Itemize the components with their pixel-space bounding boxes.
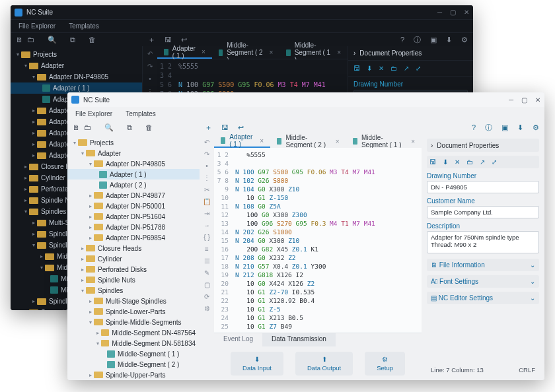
dot-icon[interactable]: • <box>205 162 208 170</box>
add-icon[interactable]: ＋ <box>148 36 155 44</box>
undo-icon[interactable]: ↶ <box>147 50 153 57</box>
delete-icon[interactable]: 🗑 <box>145 124 153 131</box>
settings-icon[interactable]: ⚙ <box>533 124 539 131</box>
minimize-icon[interactable]: ─ <box>509 96 513 104</box>
square-icon[interactable]: ▢ <box>204 281 210 288</box>
braces-icon[interactable]: { } <box>204 234 209 241</box>
redo-icon[interactable]: ↷ <box>147 63 153 70</box>
description-input[interactable] <box>427 231 539 253</box>
new-file-icon[interactable]: 🗎 <box>16 36 23 44</box>
close-icon[interactable]: ✕ <box>535 96 540 104</box>
prop-save-icon[interactable]: 🖫 <box>429 158 436 166</box>
gear-icon: ⚙ <box>382 356 388 363</box>
titlebar-light[interactable]: NC Suite ─ ▢ ✕ <box>67 92 544 107</box>
gear-icon[interactable]: ⚙ <box>204 305 210 312</box>
settings-icon[interactable]: ⚙ <box>461 36 468 44</box>
dot-icon[interactable]: • <box>149 75 151 82</box>
prop-popout-icon[interactable]: ↗ <box>404 65 409 72</box>
prop-open-icon[interactable]: 🗀 <box>466 158 473 166</box>
new-folder-icon[interactable]: 🗀 <box>27 36 34 44</box>
tab-middle-2[interactable]: Middle-Segment ( 2 )× <box>270 135 346 148</box>
menu-templates[interactable]: Templates <box>126 110 156 117</box>
properties-panel-light: ›Document Properties 🖫 ⬇ ✕ 🗀 ↗ ⤢ Drawing… <box>422 135 544 380</box>
maximize-icon[interactable]: ▢ <box>521 96 527 104</box>
drawing-number-input[interactable] <box>427 181 539 193</box>
menu-file-explorer[interactable]: File Explorer <box>18 22 56 30</box>
maximize-icon[interactable]: ▢ <box>450 9 456 16</box>
section-font-settings[interactable]: Aͣ Font Settings⌄ <box>427 275 539 288</box>
tab-adapter-1[interactable]: Adapter ( 1 )× <box>214 135 270 148</box>
cube-icon[interactable]: ▣ <box>430 36 437 44</box>
prop-download-icon[interactable]: ⬇ <box>443 158 448 166</box>
file-tree-light[interactable]: ▾Projects ▾Adapter ▾Adapter DN-P49805 Ad… <box>67 135 200 380</box>
info-icon[interactable]: ⓘ <box>485 124 492 131</box>
cube-icon[interactable]: ▣ <box>501 124 508 131</box>
file-icon: 🗎 <box>431 261 437 269</box>
redo-icon[interactable]: ↷ <box>204 150 209 158</box>
pencil-icon[interactable]: ✎ <box>204 269 209 277</box>
prop-close-icon[interactable]: ✕ <box>379 65 384 72</box>
v-align-icon[interactable]: ≡ <box>205 245 209 253</box>
tab-middle-2[interactable]: Middle-Segment ( 2 )× <box>212 46 280 59</box>
section-nc-settings[interactable]: ▤ NC Editor Settings⌄ <box>427 292 539 304</box>
prop-popout-icon[interactable]: ↗ <box>480 158 485 166</box>
status-bar: Line: 7 Column: 13 CRLF <box>427 364 539 376</box>
editor-tabs-dark: Adapter ( 1 )× Middle-Segment ( 2 )× Mid… <box>157 46 348 59</box>
app-title: NC Suite <box>26 9 437 16</box>
delete-icon[interactable]: 🗑 <box>89 36 96 44</box>
dots-icon[interactable]: ⋮ <box>204 174 210 181</box>
arrow-right-icon[interactable]: → <box>204 222 210 229</box>
download-icon[interactable]: ⬇ <box>517 124 523 131</box>
info-icon[interactable]: ⓘ <box>414 36 421 44</box>
list-icon[interactable]: ☰ <box>204 257 210 265</box>
tab-middle-1[interactable]: Middle-Segment ( 1 )× <box>279 46 348 59</box>
copy-icon[interactable]: ⧉ <box>70 36 75 44</box>
search-icon[interactable]: 🔍 <box>48 36 57 44</box>
close-icon[interactable]: ✕ <box>464 9 469 16</box>
chevron-down-icon: ⌄ <box>530 261 535 269</box>
help-icon[interactable]: ? <box>472 124 476 131</box>
section-file-info[interactable]: 🗎 File Information⌄ <box>427 259 539 271</box>
download-icon[interactable]: ⬇ <box>446 36 452 44</box>
wrap-icon[interactable]: ↩ <box>238 124 244 131</box>
prop-expand-icon[interactable]: ⤢ <box>416 65 421 72</box>
download-icon: ⬇ <box>254 356 260 363</box>
prop-expand-icon[interactable]: ⤢ <box>492 158 497 166</box>
font-icon: Aͣ <box>431 278 437 285</box>
setup-button[interactable]: ⚙Setup <box>365 352 405 376</box>
tab-event-log[interactable]: Event Log <box>214 333 262 346</box>
save-icon[interactable]: 🖫 <box>221 124 229 131</box>
search-icon[interactable]: 🔍 <box>104 124 114 131</box>
menu-file-explorer[interactable]: File Explorer <box>75 110 112 117</box>
app-title: NC Suite <box>83 96 509 104</box>
titlebar-dark[interactable]: NC Suite ─ ▢ ✕ <box>11 5 473 20</box>
add-icon[interactable]: ＋ <box>205 124 212 131</box>
chevron-down-icon: ⌄ <box>530 294 535 302</box>
data-output-button[interactable]: ⬆Data Output <box>295 352 353 376</box>
menu-templates[interactable]: Templates <box>69 22 99 30</box>
tab-data-transmission[interactable]: Data Transmission <box>262 333 336 346</box>
tab-middle-1[interactable]: Middle-Segment ( 1 )× <box>346 135 422 148</box>
wrap-icon[interactable]: ↩ <box>181 36 187 44</box>
customer-name-input[interactable] <box>427 206 539 218</box>
cut-icon[interactable]: ✂ <box>204 186 209 193</box>
help-icon[interactable]: ? <box>400 36 404 44</box>
close-tab-icon[interactable]: × <box>202 48 205 55</box>
undo-icon[interactable]: ↶ <box>204 139 209 146</box>
paste-icon[interactable]: 📋 <box>203 198 211 205</box>
link-icon[interactable]: ⇥ <box>204 210 209 217</box>
chevron-down-icon: ⌄ <box>530 278 535 285</box>
refresh-icon[interactable]: ⟳ <box>204 293 209 300</box>
prop-download-icon[interactable]: ⬇ <box>367 65 372 72</box>
minimize-icon[interactable]: ─ <box>437 9 442 16</box>
tab-adapter-1[interactable]: Adapter ( 1 )× <box>157 46 212 59</box>
new-folder-icon[interactable]: 🗀 <box>84 124 91 131</box>
prop-close-icon[interactable]: ✕ <box>455 158 460 166</box>
prop-open-icon[interactable]: 🗀 <box>390 65 397 72</box>
prop-save-icon[interactable]: 🖫 <box>353 65 360 72</box>
data-input-button[interactable]: ⬇Data Input <box>231 352 283 376</box>
new-file-icon[interactable]: 🗎 <box>73 124 80 131</box>
code-editor-light[interactable]: 1 2 3 4 5 6 7 8 9 10 11 12 13 14 15 16 1… <box>214 148 422 333</box>
save-icon[interactable]: 🖫 <box>165 36 172 44</box>
copy-icon[interactable]: ⧉ <box>127 124 132 131</box>
